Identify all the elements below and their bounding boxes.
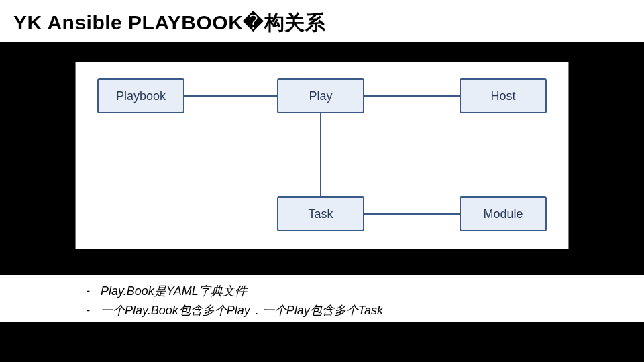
edge-play-host <box>364 95 460 97</box>
node-label: Play <box>309 89 332 103</box>
page-title: YK Ansible PLAYBOOK�构关系 <box>13 9 325 37</box>
node-label: Host <box>490 89 515 103</box>
node-host: Host <box>460 78 547 113</box>
node-label: Module <box>483 207 523 221</box>
edge-task-module <box>364 213 460 215</box>
edge-play-task <box>320 113 321 196</box>
bullet: - <box>86 282 101 301</box>
diagram-container: Playbook Play Host Task Module <box>75 62 569 249</box>
note-text: 一个Play.Book包含多个Play．一个Play包含多个Task <box>101 301 383 320</box>
node-label: Playbook <box>116 89 166 103</box>
node-module: Module <box>460 196 547 231</box>
node-label: Task <box>308 207 333 221</box>
note-line-2: - 一个Play.Book包含多个Play．一个Play包含多个Task <box>86 301 383 320</box>
note-text: Play.Book是YAML字典文件 <box>101 282 247 301</box>
bullet: - <box>86 301 101 320</box>
node-playbook: Playbook <box>97 78 184 113</box>
notes: - Play.Book是YAML字典文件 - 一个Play.Book包含多个Pl… <box>86 282 383 320</box>
diagram: Playbook Play Host Task Module <box>76 62 568 249</box>
note-line-1: - Play.Book是YAML字典文件 <box>86 282 383 301</box>
slide: YK Ansible PLAYBOOK�构关系 Playbook Play Ho… <box>0 0 644 362</box>
node-play: Play <box>277 78 364 113</box>
edge-playbook-play <box>184 95 277 97</box>
node-task: Task <box>277 196 364 231</box>
